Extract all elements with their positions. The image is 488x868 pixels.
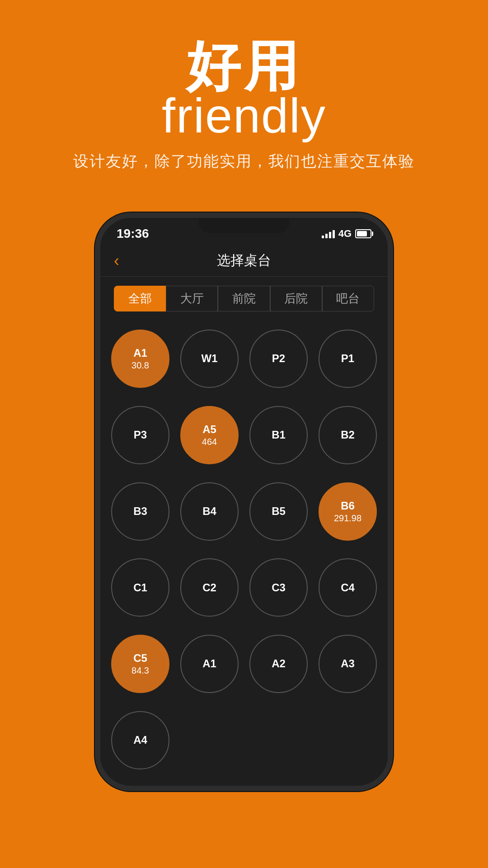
filter-tabs: 全部大厅前院后院吧台 — [100, 277, 388, 321]
table-B4-9[interactable]: B4 — [180, 482, 239, 541]
table-A5-5[interactable]: A5464 — [180, 406, 239, 464]
phone-mockup: 19:36 4G ‹ 选择桌台 全部大厅前院后院吧台 — [95, 212, 393, 791]
table-P2-2[interactable]: P2 — [249, 330, 308, 388]
table-A4-20[interactable]: A4 — [111, 711, 169, 769]
table-label: B3 — [133, 505, 147, 518]
back-button[interactable]: ‹ — [114, 251, 119, 270]
title-chinese: 好用 — [0, 36, 488, 96]
title-english: friendly — [0, 91, 488, 140]
table-label: A4 — [133, 734, 147, 747]
table-label: A1 — [202, 657, 216, 670]
table-label: B4 — [202, 505, 216, 518]
table-label: P1 — [341, 352, 354, 365]
nav-bar: ‹ 选择桌台 — [100, 245, 388, 277]
table-B1-6[interactable]: B1 — [249, 406, 308, 464]
table-label: B1 — [272, 429, 286, 442]
table-C5-16[interactable]: C584.3 — [111, 635, 169, 693]
table-A2-18[interactable]: A2 — [249, 635, 308, 693]
table-P1-3[interactable]: P1 — [319, 330, 377, 388]
filter-tab-前院[interactable]: 前院 — [218, 286, 270, 311]
subtitle: 设计友好，除了功能实用，我们也注重交互体验 — [0, 151, 488, 172]
table-P3-4[interactable]: P3 — [111, 406, 169, 464]
filter-tab-后院[interactable]: 后院 — [270, 286, 322, 311]
filter-tab-吧台[interactable]: 吧台 — [322, 286, 374, 311]
table-label: P3 — [134, 429, 147, 442]
status-icons: 4G — [322, 228, 371, 240]
table-label: C3 — [272, 581, 286, 594]
table-C4-15[interactable]: C4 — [319, 558, 377, 617]
table-A3-19[interactable]: A3 — [319, 635, 377, 693]
filter-tab-大厅[interactable]: 大厅 — [166, 286, 218, 311]
table-label: A2 — [272, 657, 286, 670]
table-label: B5 — [272, 505, 286, 518]
table-label: C1 — [133, 581, 147, 594]
filter-tab-全部[interactable]: 全部 — [114, 286, 166, 311]
table-label: W1 — [202, 352, 218, 365]
table-label: C2 — [202, 581, 216, 594]
battery-icon — [355, 229, 371, 238]
phone-frame: 19:36 4G ‹ 选择桌台 全部大厅前院后院吧台 — [95, 212, 393, 791]
table-C3-14[interactable]: C3 — [249, 558, 308, 617]
tables-grid: A130.8W1P2P1P3A5464B1B2B3B4B5B6291.98C1C… — [100, 321, 388, 786]
signal-bars-icon — [322, 229, 335, 238]
table-amount: 30.8 — [131, 360, 149, 371]
table-B2-7[interactable]: B2 — [319, 406, 377, 464]
status-time: 19:36 — [117, 226, 149, 241]
table-A1-17[interactable]: A1 — [180, 635, 239, 693]
table-amount: 464 — [202, 436, 217, 447]
table-W1-1[interactable]: W1 — [180, 330, 239, 388]
table-label: C4 — [341, 581, 355, 594]
table-amount: 291.98 — [334, 513, 361, 524]
table-C2-13[interactable]: C2 — [180, 558, 239, 617]
table-B6-11[interactable]: B6291.98 — [319, 482, 377, 541]
table-label: P2 — [272, 352, 285, 365]
table-C1-12[interactable]: C1 — [111, 558, 169, 617]
table-label: B6 — [341, 500, 355, 513]
table-B5-10[interactable]: B5 — [249, 482, 308, 541]
table-B3-8[interactable]: B3 — [111, 482, 169, 541]
header-section: 好用 friendly 设计友好，除了功能实用，我们也注重交互体验 — [0, 0, 488, 190]
network-type: 4G — [338, 228, 352, 240]
nav-title: 选择桌台 — [217, 251, 271, 270]
table-label: B2 — [341, 429, 355, 442]
table-A1-0[interactable]: A130.8 — [111, 330, 169, 388]
table-label: A5 — [202, 423, 216, 436]
table-amount: 84.3 — [131, 665, 149, 676]
table-label: A3 — [341, 657, 355, 670]
phone-notch — [199, 218, 289, 233]
table-label: C5 — [133, 652, 147, 665]
table-label: A1 — [133, 347, 147, 360]
